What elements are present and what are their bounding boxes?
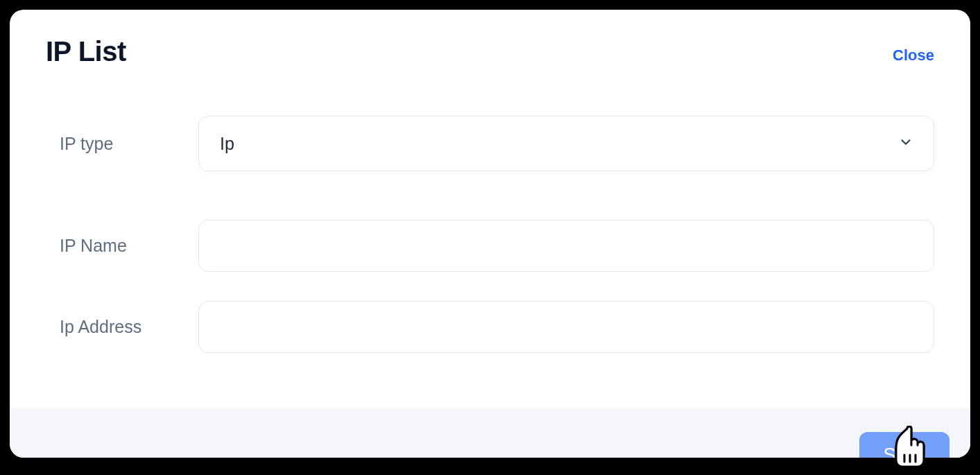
ip-address-label: Ip Address bbox=[60, 317, 198, 337]
ip-type-label: IP type bbox=[60, 134, 198, 154]
modal-title: IP List bbox=[46, 36, 126, 67]
modal-header: IP List Close bbox=[10, 10, 970, 67]
ip-type-selected-value: Ip bbox=[220, 134, 234, 154]
ip-address-input[interactable] bbox=[198, 301, 934, 353]
ip-name-row: IP Name bbox=[60, 220, 934, 272]
ip-type-row: IP type Ip bbox=[60, 116, 934, 171]
ip-name-label: IP Name bbox=[60, 236, 198, 256]
form-body: IP type Ip IP Name Ip Address bbox=[10, 67, 970, 408]
ip-list-modal: IP List Close IP type Ip IP Name Ip Addr… bbox=[10, 10, 970, 458]
ip-name-input[interactable] bbox=[198, 220, 934, 272]
ip-address-row: Ip Address bbox=[60, 301, 934, 353]
close-button[interactable]: Close bbox=[893, 46, 934, 64]
ip-type-select-wrapper: Ip bbox=[198, 116, 934, 171]
ip-type-select[interactable]: Ip bbox=[198, 116, 934, 171]
modal-footer: Save bbox=[10, 408, 970, 458]
save-button[interactable]: Save bbox=[859, 432, 949, 458]
